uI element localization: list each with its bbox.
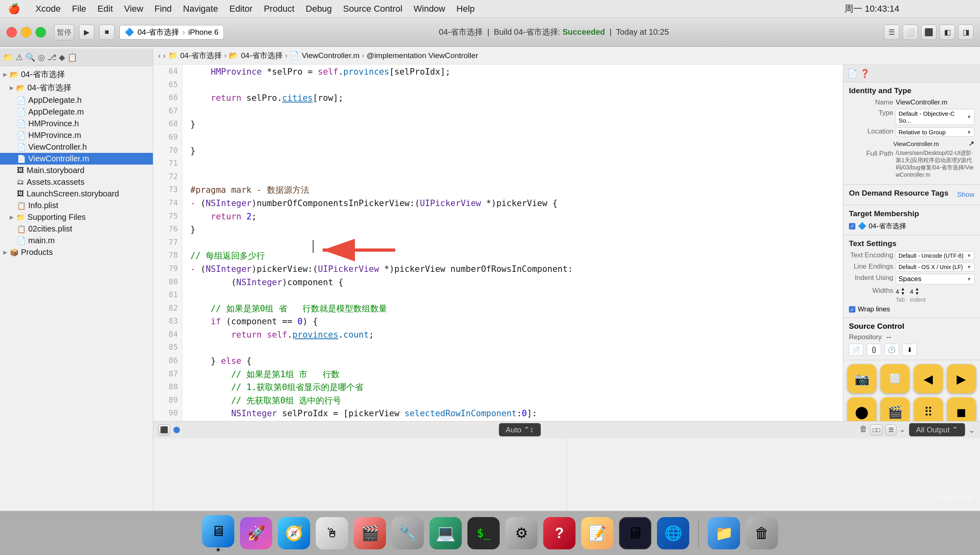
menubar-source-control[interactable]: Source Control: [343, 4, 402, 14]
layout-button-3[interactable]: ◧: [940, 25, 955, 40]
menubar-find[interactable]: Find: [154, 4, 172, 14]
dock-launchpad[interactable]: 🚀: [240, 517, 272, 549]
menubar-view[interactable]: View: [124, 4, 143, 14]
encoding-select[interactable]: Default - Unicode (UTF-8) ▼: [896, 251, 974, 260]
auto-label[interactable]: Auto ⌃↕: [499, 423, 541, 436]
search-icon[interactable]: 🔍: [25, 52, 35, 62]
apple-menu[interactable]: 🍎: [8, 3, 20, 15]
output-label[interactable]: All Output ⌃: [909, 423, 965, 436]
nav-viewcontroller-m[interactable]: 📄 ViewController.m: [0, 153, 153, 165]
editor-mode-btn[interactable]: ⬛: [158, 424, 170, 436]
close-button[interactable]: [6, 27, 17, 38]
code-content[interactable]: HMProvince *selPro = self.provinces[selP…: [182, 65, 843, 421]
menubar-navigate[interactable]: Navigate: [183, 4, 218, 14]
icon-btn-circle[interactable]: ⬤: [847, 397, 876, 421]
warning-icon[interactable]: ⚠: [16, 52, 23, 62]
type-select[interactable]: Default - Objective-C So... ▼: [896, 109, 974, 125]
location-select[interactable]: Relative to Group ▼: [896, 127, 974, 137]
nav-viewcontroller-h[interactable]: 📄 ViewController.h: [0, 141, 153, 153]
clear-btn[interactable]: 🗑: [859, 424, 867, 436]
dock-sticky[interactable]: 📝: [581, 517, 613, 549]
dock-ide[interactable]: 🖥: [619, 517, 651, 549]
nav-forward-button[interactable]: ›: [163, 51, 165, 60]
menubar-edit[interactable]: Edit: [98, 4, 113, 14]
menubar-product[interactable]: Product: [264, 4, 294, 14]
name-value[interactable]: ViewController.m: [896, 98, 974, 106]
dock-finder[interactable]: 🖥: [202, 515, 234, 551]
nav-back-button[interactable]: ‹: [158, 51, 161, 60]
nav-appdelegate-h[interactable]: 📄 AppDelegate.h: [0, 94, 153, 106]
split-btn-2[interactable]: ☰: [885, 424, 897, 436]
icon-btn-camera[interactable]: 📷: [847, 364, 876, 393]
bc-symbol[interactable]: @implementation ViewController: [367, 51, 478, 60]
report-icon[interactable]: 📋: [67, 52, 77, 62]
line-endings-select[interactable]: Default - OS X / Unix (LF) ▼: [896, 263, 974, 271]
dock-browser[interactable]: 🌐: [657, 517, 689, 549]
code-editor[interactable]: 6465666768 6970717273 7475767778 7980818…: [153, 65, 843, 421]
layout-button-4[interactable]: ◨: [958, 25, 974, 40]
menubar-window[interactable]: Window: [414, 4, 445, 14]
menubar-file[interactable]: File: [72, 4, 86, 14]
menubar-debug[interactable]: Debug: [306, 4, 332, 14]
target-checkbox[interactable]: ✓: [849, 223, 855, 230]
indent-arrows[interactable]: ▲ ▼: [915, 287, 920, 296]
dock-safari[interactable]: 🧭: [278, 517, 310, 549]
project-subfolder[interactable]: ▶ 📂 04-省市选择: [0, 81, 153, 94]
dock-dev[interactable]: 💻: [430, 517, 462, 549]
dock-trash[interactable]: 🗑: [746, 517, 778, 549]
git-icon[interactable]: ⎇: [47, 52, 56, 62]
dock-trackpad[interactable]: 🖱: [316, 517, 348, 549]
nav-hmprovince-h[interactable]: 📄 HMProvince.h: [0, 118, 153, 129]
nav-launch-storyboard[interactable]: 🖼 LaunchScreen.storyboard: [0, 188, 153, 200]
stop-button[interactable]: ■: [99, 25, 115, 40]
tab-down[interactable]: ▼: [901, 291, 905, 296]
sc-icon-4[interactable]: ⬇: [902, 344, 917, 356]
nav-main-storyboard[interactable]: 🖼 Main.storyboard: [0, 165, 153, 176]
dock-tools[interactable]: 🔧: [392, 517, 424, 549]
minimize-button[interactable]: [21, 27, 31, 38]
menubar-xcode[interactable]: Xcode: [35, 4, 60, 14]
breakpoint-icon[interactable]: ◆: [59, 52, 65, 62]
run-button[interactable]: ▶: [79, 25, 94, 40]
project-root[interactable]: ▶ 📂 04-省市选择: [0, 68, 153, 81]
maximize-button[interactable]: [35, 27, 46, 38]
supporting-files-group[interactable]: ▶ 📁 Supporting Files: [0, 211, 153, 223]
nav-hmprovince-m[interactable]: 📄 HMProvince.m: [0, 129, 153, 141]
chevron-down[interactable]: ⌄: [899, 424, 906, 436]
bc-subfolder[interactable]: 04-省市选择: [241, 50, 282, 61]
indent-select[interactable]: Spaces ▼: [896, 274, 974, 284]
split-btn-1[interactable]: □□: [870, 424, 883, 436]
layout-button-2[interactable]: ⬛: [921, 25, 936, 40]
icon-btn-square-outline[interactable]: ⬜: [880, 364, 909, 393]
nav-cities-plist[interactable]: 📋 02cities.plist: [0, 223, 153, 235]
dock-photo[interactable]: 🎬: [354, 517, 386, 549]
pause-button[interactable]: 暂停: [54, 24, 74, 40]
file-inspector-icon[interactable]: 📄: [847, 69, 857, 78]
bc-project[interactable]: 04-省市选择: [180, 50, 222, 61]
layout-button-1[interactable]: ⬜: [903, 25, 918, 40]
sc-icon-2[interactable]: {}: [867, 344, 881, 356]
menubar-help[interactable]: Help: [457, 4, 475, 14]
dock-folder[interactable]: 📁: [708, 517, 740, 549]
sc-icon-3[interactable]: 🕐: [884, 344, 899, 356]
filter-icon[interactable]: ◎: [38, 52, 45, 62]
folder-icon[interactable]: 📁: [3, 52, 13, 62]
dock-terminal[interactable]: $_: [467, 517, 500, 549]
icon-btn-square-fill[interactable]: ◼: [947, 397, 976, 421]
dock-system[interactable]: ⚙: [505, 517, 538, 549]
nav-info-plist[interactable]: 📋 Info.plist: [0, 200, 153, 211]
dock-q[interactable]: ?: [543, 517, 575, 549]
icon-btn-movie[interactable]: 🎬: [880, 397, 909, 421]
nav-assets[interactable]: 🗂 Assets.xcassets: [0, 176, 153, 188]
help-icon[interactable]: ❓: [860, 69, 870, 78]
menubar-editor[interactable]: Editor: [229, 4, 252, 14]
nav-main-m[interactable]: 📄 main.m: [0, 235, 153, 246]
indent-down[interactable]: ▼: [915, 291, 920, 296]
scheme-selector[interactable]: 🔷 04-省市选择 › iPhone 6: [119, 25, 224, 40]
show-button[interactable]: Show: [957, 191, 974, 199]
tab-arrows[interactable]: ▲ ▼: [901, 287, 905, 296]
icon-btn-grid[interactable]: ⠿: [914, 397, 943, 421]
nav-toggle-button[interactable]: ☰: [884, 25, 899, 40]
sc-icon-1[interactable]: 📄: [849, 344, 863, 356]
icon-btn-back[interactable]: ◀: [914, 364, 943, 393]
